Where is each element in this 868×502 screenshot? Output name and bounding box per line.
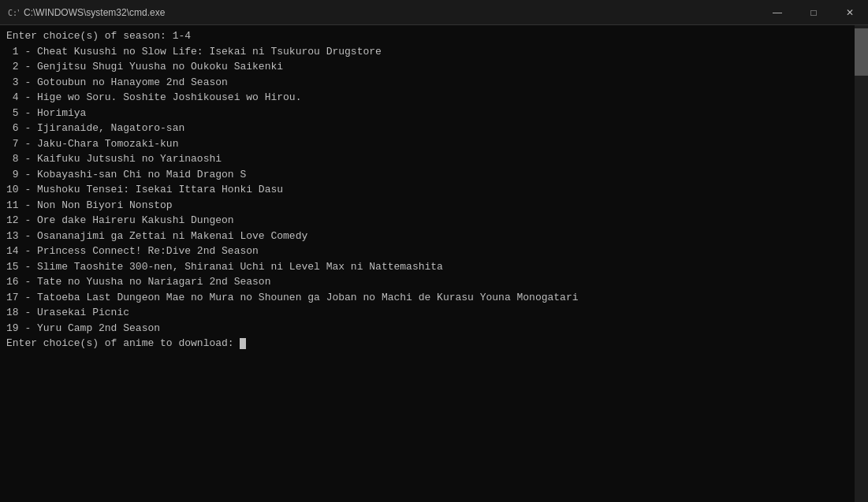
- list-item: 19 - Yuru Camp 2nd Season: [6, 321, 848, 337]
- title-bar: C:\ C:\WINDOWS\system32\cmd.exe — □ ✕: [0, 0, 868, 25]
- anime-prompt: Enter choice(s) of anime to download:: [6, 336, 848, 351]
- list-item: 8 - Kaifuku Jutsushi no Yarinaoshi: [6, 151, 848, 167]
- close-button[interactable]: ✕: [832, 0, 868, 25]
- svg-text:C:\: C:\: [8, 9, 19, 17]
- list-item: 17 - Tatoeba Last Dungeon Mae no Mura no…: [6, 290, 848, 306]
- maximize-button[interactable]: □: [795, 0, 832, 25]
- list-item: 15 - Slime Taoshite 300-nen, Shiranai Uc…: [6, 259, 848, 275]
- title-bar-left: C:\ C:\WINDOWS\system32\cmd.exe: [6, 6, 165, 19]
- cursor: [240, 338, 246, 349]
- scrollbar[interactable]: [855, 25, 868, 502]
- list-item: 16 - Tate no Yuusha no Nariagari 2nd Sea…: [6, 274, 848, 290]
- list-item: 14 - Princess Connect! Re:Dive 2nd Seaso…: [6, 244, 848, 259]
- cmd-icon: C:\: [6, 6, 19, 19]
- list-item: 2 - Genjitsu Shugi Yuusha no Oukoku Saik…: [6, 59, 848, 75]
- list-item: 7 - Jaku-Chara Tomozaki-kun: [6, 136, 848, 152]
- window-title: C:\WINDOWS\system32\cmd.exe: [24, 7, 165, 18]
- list-item: 3 - Gotoubun no Hanayome 2nd Season: [6, 75, 848, 91]
- list-item: 10 - Mushoku Tensei: Isekai Ittara Honki…: [6, 182, 848, 198]
- cmd-window: C:\ C:\WINDOWS\system32\cmd.exe — □ ✕ En…: [0, 0, 868, 502]
- anime-list: 1 - Cheat Kusushi no Slow Life: Isekai n…: [6, 44, 848, 337]
- title-bar-controls: — □ ✕: [759, 0, 868, 25]
- terminal-content[interactable]: Enter choice(s) of season: 1-4 1 - Cheat…: [0, 25, 855, 502]
- content-area: Enter choice(s) of season: 1-4 1 - Cheat…: [0, 25, 868, 502]
- minimize-button[interactable]: —: [759, 0, 795, 25]
- list-item: 5 - Horimiya: [6, 106, 848, 121]
- list-item: 11 - Non Non Biyori Nonstop: [6, 198, 848, 214]
- list-item: 13 - Osananajimi ga Zettai ni Makenai Lo…: [6, 229, 848, 244]
- list-item: 9 - Kobayashi-san Chi no Maid Dragon S: [6, 167, 848, 183]
- list-item: 12 - Ore dake Haireru Kakushi Dungeon: [6, 213, 848, 229]
- list-item: 1 - Cheat Kusushi no Slow Life: Isekai n…: [6, 44, 848, 60]
- scrollbar-thumb[interactable]: [855, 28, 868, 76]
- list-item: 4 - Hige wo Soru. Soshite Joshikousei wo…: [6, 90, 848, 106]
- list-item: 18 - Urasekai Picnic: [6, 305, 848, 321]
- season-prompt: Enter choice(s) of season: 1-4: [6, 28, 848, 44]
- list-item: 6 - Ijiranaide, Nagatoro-san: [6, 121, 848, 136]
